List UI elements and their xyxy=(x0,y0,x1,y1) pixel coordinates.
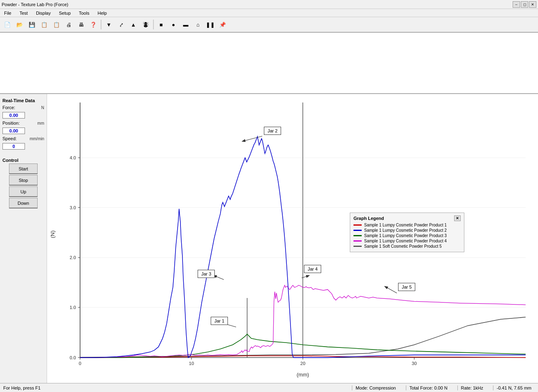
svg-text:20: 20 xyxy=(300,361,305,366)
minimize-button[interactable]: – xyxy=(513,1,520,8)
status-mode: Mode: Compression xyxy=(352,385,399,390)
filter-down-button[interactable]: ▼ xyxy=(103,19,115,30)
down-button[interactable]: Down xyxy=(9,198,38,208)
legend-item-2: Sample 1 Lumpy Cosmetic Powder Product 2 xyxy=(353,228,461,233)
legend-color-2 xyxy=(353,230,362,231)
menu-file[interactable]: File xyxy=(2,10,14,16)
app-title: Powder - Texture Lab Pro (Force) xyxy=(2,2,68,7)
legend-item-5: Sample 1 Soft Cosmetic Powder Product 5 xyxy=(353,244,461,249)
pin-button[interactable]: 📌 xyxy=(217,19,228,30)
legend-close-button[interactable]: ✕ xyxy=(454,215,461,221)
force-input[interactable] xyxy=(2,112,25,119)
control-title: Control xyxy=(2,158,44,163)
status-rate: Rate: 1kHz xyxy=(457,385,486,390)
position-unit: mm xyxy=(37,121,44,125)
rect-h-button[interactable]: ▬ xyxy=(180,19,191,30)
legend-item-3: Sample 1 Lumpy Cosmetic Powder Product 3 xyxy=(353,233,461,238)
toolbar-separator-2 xyxy=(153,20,154,29)
bottom-section: Real-Time Data Force: N Position: mm Spe… xyxy=(0,94,538,383)
start-button[interactable]: Start xyxy=(9,164,38,174)
help-button[interactable]: ❓ xyxy=(88,19,99,30)
force-unit: N xyxy=(41,105,44,110)
circle-button[interactable]: ● xyxy=(168,19,179,30)
position-label: Position: xyxy=(2,121,20,125)
menu-display[interactable]: Display xyxy=(34,10,53,16)
legend-color-3 xyxy=(353,235,362,236)
paste-button[interactable]: 📋 xyxy=(51,19,62,30)
square-button[interactable]: ■ xyxy=(155,19,167,30)
funnel-button[interactable]: ⛇ xyxy=(140,19,151,30)
menu-help[interactable]: Help xyxy=(95,10,109,16)
status-force: Total Force: 0.00 N xyxy=(406,385,451,390)
sidebar: Real-Time Data Force: N Position: mm Spe… xyxy=(0,94,47,383)
house-button[interactable]: ⌂ xyxy=(192,19,204,30)
legend-label-4: Sample 1 Lumpy Cosmetic Powder Product 4 xyxy=(364,239,447,243)
new-button[interactable]: 📄 xyxy=(2,19,13,30)
chart-svg: (N) (mm) 0.0 1.0 2.0 3. xyxy=(47,94,538,383)
svg-text:(mm): (mm) xyxy=(297,372,309,378)
svg-text:30: 30 xyxy=(412,361,416,366)
legend-label-5: Sample 1 Soft Cosmetic Powder Product 5 xyxy=(364,244,442,249)
restore-button[interactable]: ◻ xyxy=(521,1,528,8)
svg-text:0.0: 0.0 xyxy=(70,355,76,360)
svg-text:1.0: 1.0 xyxy=(70,305,76,310)
speed-label: Speed: xyxy=(2,136,17,141)
up-button[interactable]: Up xyxy=(9,186,38,197)
print-preview-button[interactable]: 🖶 xyxy=(75,19,87,30)
realtime-data-title: Real-Time Data xyxy=(2,98,44,103)
main-area: Real-Time Data Force: N Position: mm Spe… xyxy=(0,33,538,383)
menu-bar: File Test Display Setup Tools Help xyxy=(0,9,538,17)
status-bar: For Help, press F1 Mode: Compression Tot… xyxy=(0,383,538,392)
title-bar: Powder - Texture Lab Pro (Force) – ◻ ✕ xyxy=(0,0,538,9)
print-button[interactable]: 🖨 xyxy=(63,19,74,30)
force-label: Force: xyxy=(2,105,15,110)
legend-title: Graph Legend ✕ xyxy=(353,215,461,221)
svg-text:3.0: 3.0 xyxy=(70,205,76,210)
crosshair-button[interactable]: ⤤ xyxy=(115,19,127,30)
status-right: Mode: Compression Total Force: 0.00 N Ra… xyxy=(352,385,535,390)
toolbar: 📄 📂 💾 📋 📋 🖨 🖶 ❓ ▼ ⤤ ▲ ⛇ ■ ● ▬ ⌂ ❚❚ 📌 xyxy=(0,17,538,33)
top-panel xyxy=(0,33,538,94)
stop-button[interactable]: Stop xyxy=(9,175,38,186)
legend-label-1: Sample 1 Lumpy Cosmetic Powder Product 1 xyxy=(364,223,447,227)
menu-setup[interactable]: Setup xyxy=(56,10,73,16)
triangle-button[interactable]: ▲ xyxy=(128,19,139,30)
legend-label-2: Sample 1 Lumpy Cosmetic Powder Product 2 xyxy=(364,228,447,233)
svg-text:(N): (N) xyxy=(50,231,56,238)
bar-chart-button[interactable]: ❚❚ xyxy=(205,19,216,30)
graph-area: (N) (mm) 0.0 1.0 2.0 3. xyxy=(47,94,538,383)
force-row: Force: N xyxy=(2,105,44,110)
menu-tools[interactable]: Tools xyxy=(77,10,92,16)
graph-legend: Graph Legend ✕ Sample 1 Lumpy Cosmetic P… xyxy=(350,213,464,252)
svg-text:0: 0 xyxy=(79,361,81,366)
legend-item-1: Sample 1 Lumpy Cosmetic Powder Product 1 xyxy=(353,223,461,227)
svg-text:2.0: 2.0 xyxy=(70,255,76,260)
position-input[interactable] xyxy=(2,128,25,134)
svg-text:4.0: 4.0 xyxy=(70,155,76,160)
svg-text:10: 10 xyxy=(189,361,194,366)
speed-input[interactable] xyxy=(2,143,25,150)
window-controls: – ◻ ✕ xyxy=(513,1,536,8)
legend-color-5 xyxy=(353,246,362,247)
legend-label-3: Sample 1 Lumpy Cosmetic Powder Product 3 xyxy=(364,233,447,238)
close-button[interactable]: ✕ xyxy=(529,1,536,8)
save-button[interactable]: 💾 xyxy=(26,19,38,30)
open-button[interactable]: 📂 xyxy=(14,19,25,30)
legend-color-1 xyxy=(353,224,362,226)
status-coords: -0.41 N, 7.65 mm xyxy=(493,385,535,390)
menu-test[interactable]: Test xyxy=(17,10,30,16)
svg-rect-0 xyxy=(47,94,538,383)
speed-unit: mm/min xyxy=(29,137,44,141)
legend-color-4 xyxy=(353,240,362,242)
copy-button[interactable]: 📋 xyxy=(38,19,50,30)
legend-item-4: Sample 1 Lumpy Cosmetic Powder Product 4 xyxy=(353,239,461,243)
position-row: Position: mm xyxy=(2,121,44,125)
status-help: For Help, press F1 xyxy=(3,385,352,390)
toolbar-separator-1 xyxy=(101,20,101,29)
speed-row: Speed: mm/min xyxy=(2,136,44,141)
